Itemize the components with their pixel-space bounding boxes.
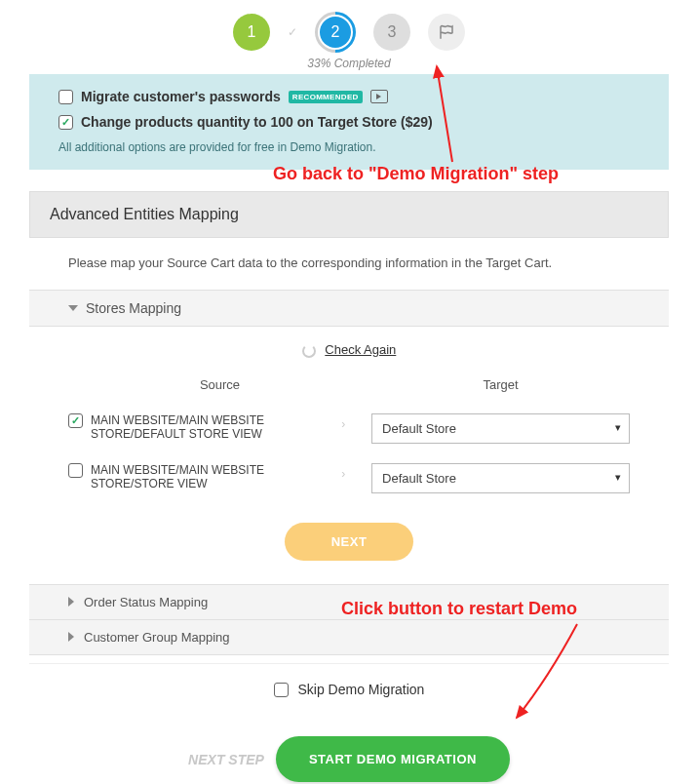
customer-group-mapping-header[interactable]: Customer Group Mapping [29,619,669,655]
step-1[interactable]: 1 [233,14,270,51]
next-button[interactable]: NEXT [285,523,414,561]
checkbox-change-qty[interactable] [58,115,73,130]
order-status-mapping-header[interactable]: Order Status Mapping [29,584,669,619]
option-label: Change products quantity to 100 on Targe… [81,114,433,130]
source-name: MAIN WEBSITE/MAIN WEBSITE STORE/STORE VI… [91,463,315,490]
options-panel: Migrate customer's passwords RECOMMENDED… [29,74,669,170]
target-select[interactable]: Default Store [371,413,630,444]
progress-text: 33% Completed [0,57,698,70]
target-select[interactable]: Default Store [371,463,630,493]
step-finish-flag-icon[interactable] [428,14,465,51]
footer: NEXT STEP START DEMO MIGRATION [29,715,669,784]
caret-down-icon [68,305,78,311]
free-options-note: All additional options are provided for … [58,135,640,154]
skip-demo-row[interactable]: Skip Demo Migration [29,663,669,716]
stores-mapping-header[interactable]: Stores Mapping [29,290,669,327]
section-advanced-mapping: Advanced Entities Mapping [29,191,669,238]
recommended-badge: RECOMMENDED [289,91,363,103]
check-again-link[interactable]: Check Again [325,342,396,357]
stores-mapping-label: Stores Mapping [86,300,181,316]
mapping-row: MAIN WEBSITE/MAIN WEBSITE STORE/DEFAULT … [29,404,669,453]
spinner-icon [302,344,316,358]
arrow-icon: › [315,463,371,481]
order-status-label: Order Status Mapping [84,595,208,609]
col-target: Target [371,377,630,392]
col-source: Source [68,377,371,392]
caret-right-icon [68,632,74,642]
video-icon[interactable] [370,90,388,103]
mapping-row: MAIN WEBSITE/MAIN WEBSITE STORE/STORE VI… [29,453,669,503]
step-2[interactable]: 2 [315,12,356,53]
skip-label: Skip Demo Migration [297,682,424,697]
skip-checkbox[interactable] [274,683,289,697]
checkbox-migrate-passwords[interactable] [58,90,73,104]
arrow-icon: › [315,413,371,431]
caret-right-icon [68,597,74,607]
customer-group-label: Customer Group Mapping [84,630,230,645]
start-demo-button[interactable]: START DEMO MIGRATION [276,736,510,782]
option-change-qty[interactable]: Change products quantity to 100 on Targe… [58,109,640,135]
step-3[interactable]: 3 [373,14,410,51]
row-checkbox[interactable] [68,413,83,428]
option-migrate-passwords[interactable]: Migrate customer's passwords RECOMMENDED [58,84,640,109]
progress-stepper: 1 ✓ 2 3 [0,0,698,57]
section-description: Please map your Source Cart data to the … [29,238,669,290]
mapping-column-headers: Source Target [29,373,669,404]
step-1-check-icon: ✓ [288,25,297,39]
source-name: MAIN WEBSITE/MAIN WEBSITE STORE/DEFAULT … [91,413,315,441]
row-checkbox[interactable] [68,463,83,478]
option-label: Migrate customer's passwords [81,89,281,104]
next-step-label: NEXT STEP [188,752,264,767]
